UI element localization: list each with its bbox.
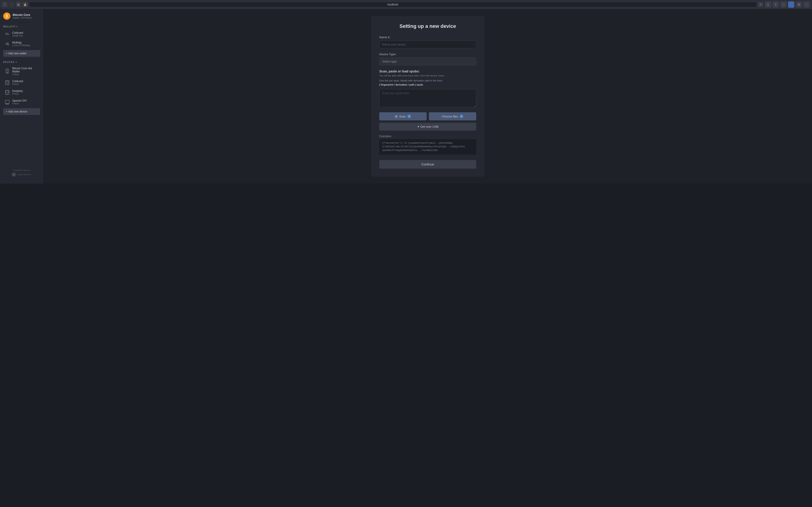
multisig-wallet-text: Multisig 2 out of 4 Multisig [12,41,30,47]
url-bar[interactable] [30,2,756,7]
upload-icon[interactable]: ⇑ [773,1,779,8]
scan-grid-icon: ⊞ [395,115,398,118]
screen-button[interactable]: ▣ [16,2,21,7]
name-form-group: Name it: [379,36,476,48]
sidebar-header-text: Bitcoin Core regtest: 103 blocks [13,13,32,19]
forward-button[interactable]: › [9,2,14,7]
specter-diy-device-icon [5,99,10,105]
svg-point-8 [7,72,8,73]
device-type-form-group: Device Type: Select type Coldcard Keepke… [379,53,476,65]
device-type-label: Device Type: [379,53,476,56]
footer-logo: ◎ crypto advance. [2,172,41,177]
svg-point-5 [7,43,8,44]
refresh-button[interactable]: ↻ [758,2,763,7]
svg-point-6 [7,44,9,45]
page-title: Setting up a new device [379,23,476,29]
setup-card: Setting up a new device Name it: Device … [371,16,485,177]
examples-section: Examples: [f79ec910/84'/1'/0']tpubDA5hlh… [379,135,476,155]
svg-rect-7 [6,69,9,73]
sidebar-item-coldcard[interactable]: Coldcard Single Key [1,30,42,39]
svg-point-15 [8,83,8,84]
scan-sub: You will be able add more keys later, fr… [379,74,476,77]
device-name-input[interactable] [379,41,476,48]
form-hint: One line per xpub. Ideally with derivati… [379,79,476,82]
sidebar: ₿ Bitcoin Core regtest: 103 blocks WALLE… [0,9,44,183]
svg-point-13 [6,83,7,84]
sidebar-item-coldcard-device[interactable]: Coldcard 8 keys [1,78,42,87]
example-line-0: [f79ec910/84'/1'/0']tpubDA5hlhw24fzoBi9.… [382,142,473,145]
key-icon [5,32,10,37]
bitcoin-logo: ₿ [3,12,10,20]
svg-point-18 [7,93,7,94]
svg-rect-19 [5,100,9,103]
sidebar-item-keepkey[interactable]: Keepkey 8 keys [1,88,42,97]
download-icon[interactable]: ⇓ [765,1,771,8]
coldcard-wallet-text: Coldcard Single Key [12,31,23,37]
keepkey-device-icon [5,90,10,95]
profile-icon[interactable]: 👤 [788,1,794,8]
xpub-textarea[interactable] [379,89,476,107]
choose-files-button[interactable]: Choose files i [429,112,476,120]
wallets-section-title: WALLETS ▾ [0,23,43,29]
name-label: Name it: [379,36,476,39]
choose-files-info-badge[interactable]: i [460,115,463,118]
specter-diy-text: Specter DIY 4 keys [12,99,27,105]
get-over-usb-button[interactable]: ✦ Get over USB [379,123,476,130]
scan-info-badge[interactable]: i [407,115,411,118]
devices-section-title: DEVICES ▾ [0,58,43,65]
app-sub: regtest: 103 blocks [13,16,32,19]
svg-rect-12 [6,81,8,83]
svg-point-14 [7,83,7,84]
settings-icon[interactable]: ⚙ [796,1,802,8]
sidebar-item-bitcoin-core-hot-wallet[interactable]: Bitcoin Core Hot Wallet 4 keys [1,65,42,77]
form-hint-bold: [ fingerprint / derivation / path ] xpub… [379,83,476,86]
example-line-1: [F79EC910/48h/1h/0h/2h]Vpub5DRk6RvRAjzf9… [382,145,473,149]
coldcard-device-text: Coldcard 8 keys [12,80,23,85]
sidebar-header: ₿ Bitcoin Core regtest: 103 blocks [0,9,43,23]
wallets-arrow-icon: ▾ [16,25,18,28]
keepkey-text: Keepkey 8 keys [12,90,23,95]
content-area: Setting up a new device Name it: Device … [44,9,812,183]
action-buttons-row: ⊞ Scan i Choose files i [379,112,476,120]
multisig-icon [5,41,10,47]
shield-icon[interactable]: 🔒 [23,2,28,7]
devices-arrow-icon: ▾ [16,61,17,63]
scan-button[interactable]: ⊞ Scan i [379,112,426,120]
sidebar-item-specter-diy[interactable]: Specter DIY 4 keys [1,97,42,107]
sidebar-item-multisig[interactable]: Multisig 2 out of 4 Multisig [1,39,42,48]
examples-code: [f79ec910/84'/1'/0']tpubDA5hlhw24fzoBi9.… [379,139,476,155]
back-button[interactable]: ‹ [2,2,7,7]
device-type-select[interactable]: Select type Coldcard Keepkey Specter DIY… [379,57,476,65]
add-wallet-button[interactable]: + Add new wallet [3,50,40,57]
examples-label: Examples: [379,135,476,138]
scan-heading: Scan, paste or load xpubs: [379,69,476,73]
expand-icon[interactable]: □ [780,1,786,8]
example-line-2: upub5En4f7k8gaG2KDHvBeEYox...rFpJRHpiZ4D… [382,149,473,152]
crypto-advance-icon: ◎ [11,172,16,177]
browser-bar: ‹ › ▣ 🔒 ↻ ⇓ ⇑ □ 👤 ⚙ → [0,0,812,9]
svg-point-4 [6,43,7,45]
coldcard-device-icon [5,80,10,85]
scan-section: Scan, paste or load xpubs: You will be a… [379,69,476,108]
app-name: Bitcoin Core [13,13,32,16]
hot-wallet-device-icon [5,69,10,74]
svg-rect-17 [6,91,9,93]
continue-button[interactable]: Continue [379,160,476,169]
bitcoin-core-hot-wallet-text: Bitcoin Core Hot Wallet 4 keys [12,67,39,75]
logout-icon[interactable]: → [803,1,810,8]
sidebar-footer: Brought to you by ◎ crypto advance. [0,167,43,179]
add-device-button[interactable]: + Add new device [3,108,40,115]
svg-point-0 [6,33,7,35]
